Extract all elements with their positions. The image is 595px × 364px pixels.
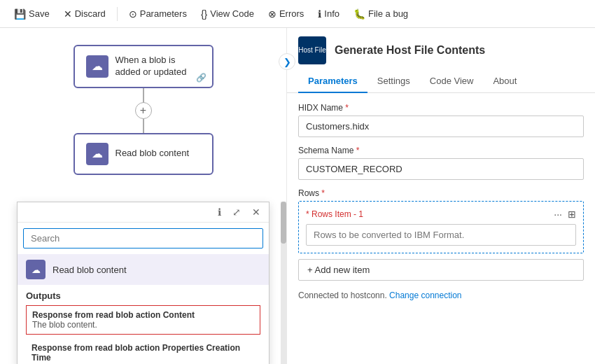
panel-icon-text: Host File	[298, 46, 326, 55]
panel-icon: Host File	[298, 36, 326, 64]
schema-name-input[interactable]	[298, 158, 584, 180]
popup-info-icon[interactable]: ℹ	[215, 205, 224, 219]
rows-item-input[interactable]	[306, 224, 576, 246]
save-label: Save	[29, 8, 50, 19]
workflow-area: ☁ When a blob is added or updated 🔗 + ☁ …	[11, 39, 275, 175]
errors-icon: ⊗	[268, 8, 276, 20]
blob-result-label: Read blob content	[52, 265, 127, 275]
info-icon: ℹ	[318, 8, 321, 20]
change-connection-link[interactable]: Change connection	[389, 290, 461, 300]
rows-item-grid-button[interactable]: ⊞	[568, 209, 576, 220]
panel-tabs: Parameters Settings Code View About	[287, 64, 595, 93]
view-code-label: View Code	[210, 8, 254, 19]
view-code-icon: {}	[201, 8, 207, 20]
parameters-label: Parameters	[140, 8, 187, 19]
view-code-button[interactable]: {} View Code	[195, 6, 260, 22]
rows-item-dots-button[interactable]: ···	[554, 209, 562, 220]
tab-about[interactable]: About	[483, 70, 526, 93]
file-a-bug-label: File a bug	[368, 8, 408, 19]
output-item-1-desc: The blob content.	[32, 320, 254, 330]
blob-trigger-label: When a blob is added or updated	[115, 55, 201, 78]
output-item-1[interactable]: Response from read blob action Content T…	[26, 305, 260, 335]
hidx-name-label: HIDX Name *	[298, 103, 584, 113]
info-button[interactable]: ℹ Info	[312, 6, 345, 22]
search-popup: ℹ ⤢ ✕ ☁ Read blob content Outputs Respon…	[17, 202, 270, 364]
left-panel: ☁ When a blob is added or updated 🔗 + ☁ …	[0, 28, 287, 364]
schema-name-label: Schema Name *	[298, 146, 584, 155]
parameters-button[interactable]: ⊙ Parameters	[123, 6, 192, 22]
read-blob-label: Read blob content	[115, 148, 190, 160]
rows-section: * Rows Item - 1 ··· ⊞	[298, 201, 584, 253]
add-new-item-label: + Add new item	[307, 265, 370, 275]
toolbar-divider-1	[117, 7, 118, 21]
scroll-bar[interactable]	[281, 202, 286, 364]
popup-expand-icon[interactable]: ⤢	[230, 205, 244, 219]
rows-item-header: * Rows Item - 1 ··· ⊞	[306, 209, 576, 220]
save-button[interactable]: 💾 Save	[8, 6, 55, 22]
tab-settings[interactable]: Settings	[368, 70, 420, 93]
rows-item-actions: ··· ⊞	[554, 209, 576, 220]
popup-header: ℹ ⤢ ✕	[18, 202, 269, 223]
node-link-icon: 🔗	[196, 73, 206, 83]
tab-parameters[interactable]: Parameters	[298, 70, 368, 93]
tab-code-view[interactable]: Code View	[420, 70, 484, 93]
add-new-item-button[interactable]: + Add new item	[298, 259, 584, 281]
panel-header: Host File Generate Host File Contents	[287, 28, 595, 64]
connector-line-1	[143, 88, 144, 102]
discard-button[interactable]: ✕ Discard	[58, 6, 111, 22]
connector-line-2	[143, 119, 144, 133]
blob-trigger-icon: ☁	[86, 55, 108, 78]
connection-info: Connected to hostconn. Change connection	[298, 290, 584, 300]
hidx-name-input[interactable]	[298, 115, 584, 137]
rows-item-label: * Rows Item - 1	[306, 209, 363, 219]
search-input[interactable]	[23, 228, 263, 248]
rows-required-star: *	[321, 188, 325, 198]
outputs-title: Outputs	[26, 290, 260, 301]
right-panel: Host File Generate Host File Contents Pa…	[287, 28, 595, 364]
node-read-blob[interactable]: ☁ Read blob content	[74, 133, 214, 175]
popup-close-icon[interactable]: ✕	[249, 205, 263, 219]
save-icon: 💾	[14, 8, 26, 20]
discard-label: Discard	[75, 8, 106, 19]
output-item-2-title: Response from read blob action Propertie…	[31, 343, 255, 363]
connector-plus-1[interactable]: +	[135, 102, 152, 119]
bug-icon: 🐛	[354, 8, 365, 20]
panel-title: Generate Host File Contents	[335, 44, 485, 57]
read-blob-icon: ☁	[86, 143, 108, 165]
file-a-bug-button[interactable]: 🐛 File a bug	[348, 6, 414, 22]
info-label: Info	[324, 8, 340, 19]
errors-button[interactable]: ⊗ Errors	[262, 6, 309, 22]
outputs-section: Outputs Response from read blob action C…	[18, 285, 269, 364]
connection-text: Connected to hostconn.	[298, 290, 387, 300]
output-item-2[interactable]: Response from read blob action Propertie…	[26, 339, 260, 364]
node-blob-trigger[interactable]: ☁ When a blob is added or updated 🔗	[74, 45, 214, 88]
blob-result-icon: ☁	[26, 260, 46, 279]
hidx-required-star: *	[345, 103, 349, 113]
toolbar: 💾 Save ✕ Discard ⊙ Parameters {} View Co…	[0, 0, 595, 28]
discard-icon: ✕	[64, 8, 72, 20]
scroll-thumb	[281, 202, 286, 244]
panel-body: HIDX Name * Schema Name * Rows * * Rows …	[287, 93, 595, 364]
search-input-wrap	[18, 223, 269, 254]
panel-chevron-button[interactable]: ❯	[279, 53, 295, 70]
schema-required-star: *	[356, 146, 360, 155]
errors-label: Errors	[279, 8, 304, 19]
parameters-icon: ⊙	[129, 8, 137, 20]
blob-result-item[interactable]: ☁ Read blob content	[18, 254, 269, 285]
rows-label: Rows *	[298, 188, 584, 198]
output-item-1-title: Response from read blob action Content	[32, 310, 254, 320]
main-container: ☁ When a blob is added or updated 🔗 + ☁ …	[0, 28, 595, 364]
